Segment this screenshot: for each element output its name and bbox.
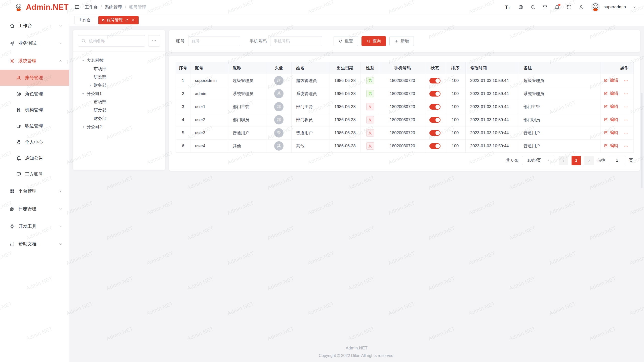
- org-search-input[interactable]: [78, 35, 145, 47]
- close-icon[interactable]: [131, 18, 135, 22]
- prev-page-button[interactable]: ‹: [559, 156, 568, 165]
- cell-account: user3: [190, 126, 228, 140]
- edit-button[interactable]: 编辑: [604, 91, 618, 96]
- query-button[interactable]: 查询: [361, 36, 386, 46]
- sidebar-item-notices[interactable]: 通知公告: [0, 150, 69, 166]
- app-title: Admin.NET: [26, 3, 69, 12]
- page-1-button[interactable]: 1: [572, 156, 581, 165]
- tab-account-management[interactable]: 账号管理: [98, 16, 139, 24]
- cell-account: admin: [190, 87, 228, 100]
- row-more-button[interactable]: [624, 118, 628, 122]
- row-more-button[interactable]: [624, 79, 628, 83]
- account-input[interactable]: [188, 36, 240, 46]
- add-button[interactable]: 新增: [389, 36, 414, 46]
- chevron-down-icon[interactable]: [633, 5, 636, 9]
- fullscreen-icon[interactable]: [567, 5, 572, 10]
- sidebar-item-roles[interactable]: 角色管理: [0, 86, 69, 102]
- user-icon: [16, 75, 21, 80]
- page-size-select[interactable]: 10条/页: [522, 156, 555, 165]
- sidebar-item-docs[interactable]: 帮助文档: [0, 235, 69, 253]
- sidebar-item-system[interactable]: 系统管理: [0, 52, 69, 70]
- cell-nickname: 系统管理员: [228, 87, 266, 100]
- notification-bell-icon[interactable]: [554, 5, 560, 10]
- tree-node[interactable]: 分公司1: [78, 89, 160, 98]
- cell-phone: 18020030720: [380, 87, 425, 100]
- tree-node[interactable]: 研发部: [78, 106, 160, 114]
- sidebar-item-orgs[interactable]: 机构管理: [0, 102, 69, 118]
- edit-button[interactable]: 编辑: [604, 78, 618, 83]
- tree-node[interactable]: 研发部: [78, 73, 160, 81]
- tools-icon: [10, 224, 15, 229]
- sidebar-item-business-test[interactable]: 业务测试: [0, 34, 69, 52]
- cell-account: user4: [190, 140, 228, 153]
- sidebar-item-workbench[interactable]: 工作台: [0, 17, 69, 34]
- edit-button[interactable]: 编辑: [604, 130, 618, 135]
- org-tree: 大名科技 市场部 研发部 财务部 分公司1 市场部 研发部 财务部 分公司2: [78, 56, 160, 131]
- row-more-button[interactable]: [624, 131, 628, 135]
- status-toggle[interactable]: [429, 117, 440, 123]
- cell-gender: 女: [360, 100, 380, 113]
- cell-modified-time: 2023-01-03 10:59:44: [466, 113, 519, 126]
- language-icon[interactable]: [518, 5, 524, 10]
- sidebar-item-platform[interactable]: 平台管理: [0, 182, 69, 200]
- role-icon: [16, 91, 21, 97]
- theme-icon[interactable]: [542, 5, 548, 10]
- row-more-button[interactable]: [624, 144, 628, 148]
- user-icon[interactable]: [579, 5, 584, 10]
- status-toggle[interactable]: [429, 130, 440, 136]
- edit-button[interactable]: 编辑: [604, 143, 618, 149]
- tree-node[interactable]: 市场部: [78, 98, 160, 106]
- sidebar-item-posts[interactable]: 职位管理: [0, 118, 69, 134]
- menu-fold-icon[interactable]: [74, 4, 80, 10]
- tree-node[interactable]: 财务部: [78, 114, 160, 123]
- reset-button[interactable]: 重置: [334, 36, 358, 46]
- refresh-icon[interactable]: [125, 18, 129, 22]
- breadcrumb-item-accounts: 账号管理: [129, 4, 146, 10]
- tree-node[interactable]: 财务部: [78, 81, 160, 89]
- cell-seq: 1: [176, 74, 190, 87]
- sidebar-item-devtools[interactable]: 开发工具: [0, 217, 69, 235]
- sidebar-item-profile[interactable]: 个人中心: [0, 134, 69, 150]
- more-options-button[interactable]: [148, 35, 160, 47]
- chevron-down-icon: [59, 242, 62, 246]
- breadcrumb-separator: /: [125, 5, 126, 10]
- edit-button[interactable]: 编辑: [604, 117, 618, 122]
- tree-node[interactable]: 分公司2: [78, 123, 160, 131]
- tree-node[interactable]: 大名科技: [78, 56, 160, 65]
- breadcrumb-item-workbench[interactable]: 工作台: [85, 4, 98, 10]
- sidebar-item-logs[interactable]: 日志管理: [0, 200, 69, 217]
- status-toggle[interactable]: [429, 143, 440, 149]
- goto-page-input[interactable]: [609, 156, 625, 165]
- cell-phone: 18020030720: [380, 100, 425, 113]
- cell-remark: 系统管理员: [519, 87, 600, 100]
- cell-nickname: 其他: [228, 140, 266, 153]
- tab-workbench[interactable]: 工作台: [74, 16, 95, 24]
- user-avatar[interactable]: [591, 2, 600, 12]
- sidebar-item-label: 个人中心: [25, 139, 62, 145]
- sidebar-item-label: 账号管理: [25, 75, 62, 81]
- username[interactable]: superadmin: [603, 5, 626, 10]
- cell-name: 部门主管: [292, 100, 330, 113]
- table-header-row: 序号 账号 昵称 头像 姓名 出生日期 性别 手机号码 状态 排序 修改时间: [176, 62, 634, 74]
- app-logo[interactable]: Admin.NET: [0, 0, 69, 14]
- breadcrumb-item-system[interactable]: 系统管理: [105, 4, 122, 10]
- next-page-button[interactable]: ›: [584, 156, 594, 165]
- table-row: 2 admin 系统管理员 系 系统管理员 1986-06-28 男 18020…: [176, 87, 634, 100]
- status-toggle[interactable]: [429, 91, 440, 97]
- status-toggle[interactable]: [429, 104, 440, 110]
- table-scrollbar[interactable]: [641, 93, 642, 188]
- search-icon[interactable]: [530, 5, 536, 10]
- cell-gender: 男: [360, 74, 380, 87]
- table-row: 6 user4 其他 其 其他 1986-06-28 女 18020030720…: [176, 140, 634, 153]
- phone-input[interactable]: [270, 36, 322, 46]
- row-more-button[interactable]: [624, 105, 628, 109]
- edit-button[interactable]: 编辑: [604, 104, 618, 109]
- font-size-icon[interactable]: TT: [505, 4, 511, 10]
- status-toggle[interactable]: [429, 78, 440, 83]
- cell-remark: 超级管理员: [519, 74, 600, 87]
- sidebar-item-accounts[interactable]: 账号管理: [0, 70, 69, 86]
- row-more-button[interactable]: [624, 92, 628, 96]
- tree-node[interactable]: 市场部: [78, 65, 160, 73]
- sidebar-item-third-account[interactable]: 三方账号: [0, 166, 69, 182]
- cell-modified-time: 2023-01-03 10:59:44: [466, 100, 519, 113]
